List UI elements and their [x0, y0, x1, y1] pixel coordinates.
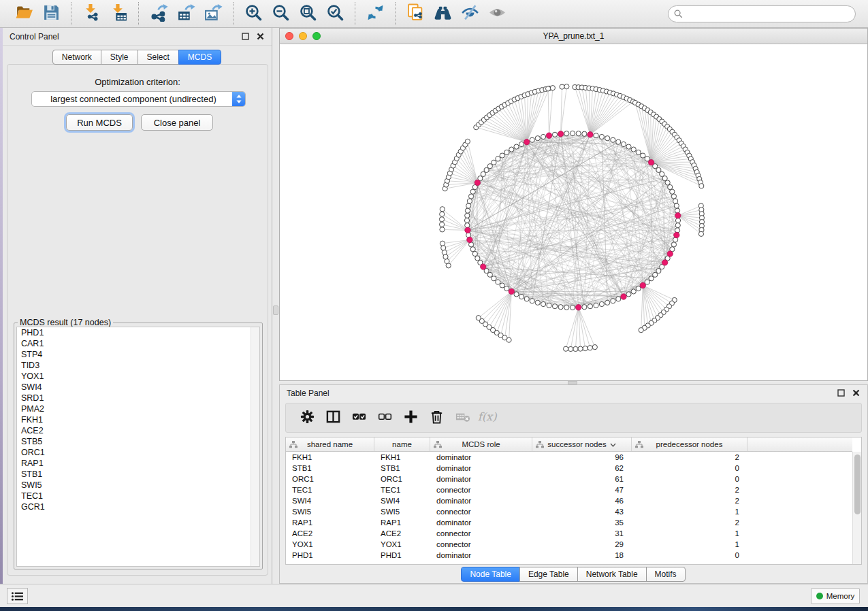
float-window-icon[interactable] — [241, 32, 250, 41]
table-cell[interactable]: connector — [430, 540, 532, 548]
task-history-button[interactable] — [7, 588, 28, 604]
graph-node[interactable] — [668, 184, 673, 189]
mcds-result-item[interactable]: ACE2 — [17, 425, 259, 436]
table-cell[interactable]: ORC1 — [286, 475, 374, 483]
graph-node[interactable] — [441, 246, 446, 250]
table-cell[interactable]: ACE2 — [374, 529, 430, 538]
run-mcds-button[interactable]: Run MCDS — [66, 114, 133, 131]
close-panel-icon[interactable] — [256, 32, 265, 41]
graph-node[interactable] — [492, 160, 496, 165]
table-cell[interactable]: 2 — [632, 518, 748, 527]
zoom-out-button[interactable] — [267, 2, 294, 25]
graph-node[interactable] — [564, 305, 569, 310]
table-row[interactable]: FKH1FKH1dominator962 — [286, 452, 852, 463]
graph-node[interactable] — [636, 286, 641, 291]
mcds-result-item[interactable]: RAP1 — [17, 458, 259, 469]
tab-select[interactable]: Select — [138, 50, 179, 65]
delete-table-button[interactable] — [449, 406, 475, 430]
graph-node[interactable] — [588, 304, 592, 309]
graph-node[interactable] — [442, 250, 447, 254]
graph-node[interactable] — [626, 144, 631, 149]
graph-node[interactable] — [465, 208, 470, 213]
open-session-button[interactable] — [10, 2, 37, 25]
graph-node[interactable] — [564, 346, 568, 351]
graph-node[interactable] — [665, 180, 670, 185]
graph-node[interactable] — [573, 346, 578, 351]
table-row[interactable]: YOX1YOX1connector291 — [286, 539, 852, 550]
graph-node[interactable] — [675, 228, 679, 233]
graph-node[interactable] — [564, 84, 569, 89]
mcds-node[interactable] — [675, 213, 681, 218]
table-cell[interactable]: 0 — [632, 464, 748, 472]
graph-node[interactable] — [541, 134, 545, 139]
table-row[interactable]: STB1STB1dominator620 — [286, 463, 852, 474]
graph-node[interactable] — [671, 242, 676, 247]
graph-node[interactable] — [541, 301, 545, 306]
mcds-result-item[interactable]: ORC1 — [17, 447, 259, 458]
column-header-name[interactable]: name — [374, 437, 430, 451]
mcds-result-item[interactable]: PHD1 — [17, 327, 259, 338]
optimization-criterion-select[interactable]: largest connected component (undirected) — [31, 91, 246, 107]
table-cell[interactable]: PHD1 — [374, 551, 430, 559]
mcds-result-item[interactable]: SRD1 — [17, 393, 259, 403]
mcds-node[interactable] — [648, 160, 654, 165]
graph-node[interactable] — [673, 199, 678, 203]
graph-node[interactable] — [519, 142, 524, 146]
tab-style[interactable]: Style — [101, 50, 138, 65]
mcds-node[interactable] — [674, 232, 679, 237]
table-cell[interactable]: TEC1 — [374, 486, 430, 494]
graph-node[interactable] — [440, 227, 445, 232]
table-cell[interactable]: FKH1 — [286, 453, 374, 461]
graph-node[interactable] — [599, 134, 604, 139]
tab-edge-table[interactable]: Edge Table — [519, 567, 578, 582]
graph-node[interactable] — [670, 189, 675, 194]
import-network-button[interactable] — [78, 2, 105, 25]
mcds-result-item[interactable]: STB1 — [17, 469, 259, 480]
graph-node[interactable] — [570, 131, 575, 135]
graph-node[interactable] — [641, 153, 645, 158]
graph-node[interactable] — [440, 207, 445, 212]
close-panel-icon[interactable] — [852, 389, 861, 397]
graph-node[interactable] — [535, 136, 540, 141]
table-cell[interactable]: dominator — [430, 475, 532, 483]
column-header-successor-nodes[interactable]: successor nodes — [532, 437, 632, 451]
table-cell[interactable]: 47 — [532, 486, 632, 494]
table-cell[interactable]: 18 — [532, 551, 632, 559]
export-image-button[interactable] — [199, 2, 227, 25]
graph-node[interactable] — [588, 346, 592, 350]
graph-node[interactable] — [440, 212, 445, 216]
graph-node[interactable] — [594, 303, 598, 308]
table-cell[interactable]: connector — [430, 529, 532, 538]
graph-node[interactable] — [440, 241, 445, 246]
mcds-node[interactable] — [621, 294, 626, 299]
table-row[interactable]: ORC1ORC1dominator610 — [286, 474, 852, 484]
table-cell[interactable]: 0 — [632, 475, 748, 483]
graph-node[interactable] — [653, 272, 658, 277]
graph-node[interactable] — [500, 283, 504, 288]
table-cell[interactable]: 2 — [632, 453, 748, 461]
column-header-predecessor-nodes[interactable]: predecessor nodes — [632, 437, 748, 451]
graph-node[interactable] — [675, 208, 679, 213]
graph-node[interactable] — [583, 346, 588, 350]
graph-node[interactable] — [514, 292, 519, 297]
float-window-icon[interactable] — [837, 389, 846, 397]
graph-node[interactable] — [621, 142, 626, 146]
graph-node[interactable] — [552, 132, 557, 137]
vertical-splitter[interactable] — [272, 28, 279, 584]
clone-network-button[interactable] — [402, 2, 429, 25]
table-cell[interactable]: RAP1 — [374, 518, 430, 527]
table-cell[interactable]: FKH1 — [374, 453, 430, 461]
graph-node[interactable] — [519, 294, 524, 299]
mcds-result-item[interactable]: FKH1 — [17, 414, 259, 425]
table-cell[interactable]: TEC1 — [286, 486, 374, 494]
deselect-all-rows-button[interactable] — [372, 406, 398, 430]
table-cell[interactable]: 62 — [532, 464, 632, 472]
table-cell[interactable]: 61 — [532, 475, 632, 483]
mcds-node[interactable] — [640, 282, 645, 288]
table-settings-button[interactable] — [294, 406, 320, 430]
graph-node[interactable] — [568, 346, 573, 351]
mcds-result-item[interactable]: STB5 — [17, 436, 259, 447]
graph-node[interactable] — [675, 223, 680, 228]
graph-node[interactable] — [470, 247, 475, 252]
graph-node[interactable] — [631, 289, 636, 294]
